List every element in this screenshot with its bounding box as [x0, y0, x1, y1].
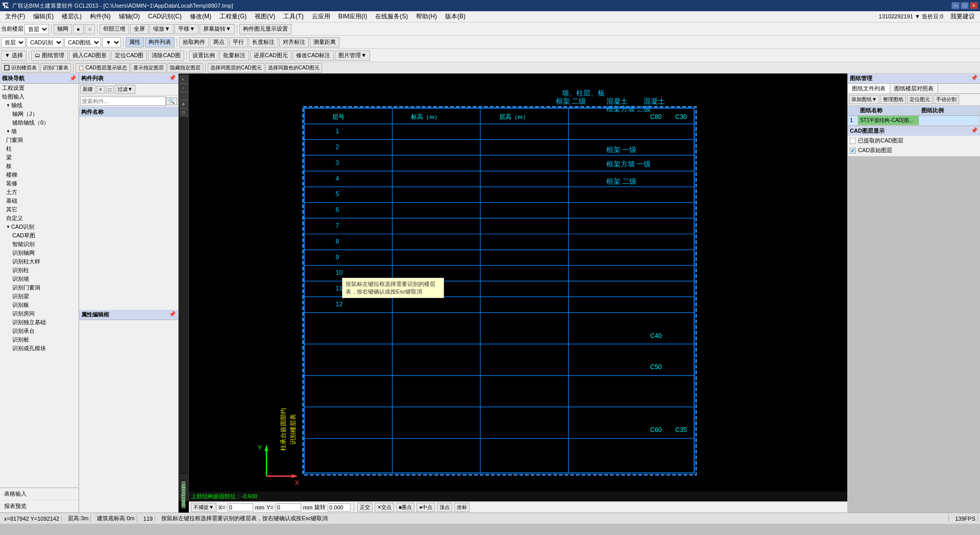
search-btn[interactable]: 🔍	[166, 98, 177, 105]
overlap-btn[interactable]: ■重点	[396, 503, 414, 512]
cad-zoom-in-btn[interactable]: +	[180, 84, 188, 92]
identify-layer-btn[interactable]: 🔲 识别楼层表	[1, 63, 39, 72]
circle2-btn[interactable]: ○	[85, 24, 95, 34]
draw-table-row-1[interactable]: 1 ST1平面结构-CAD[图...	[848, 116, 980, 126]
menu-edit[interactable]: 编辑(E)	[29, 11, 58, 22]
cad-layer-check-1[interactable]	[850, 138, 856, 144]
cad-cursor-btn[interactable]: ↖	[180, 76, 188, 84]
cad-zoom-out-btn[interactable]: -	[180, 92, 188, 100]
nav-identify-door[interactable]: 识别门窗洞	[0, 283, 79, 292]
select-btn[interactable]: ▼ 选择	[1, 51, 27, 61]
nav-engineering-settings[interactable]: 工程设置	[0, 84, 79, 92]
length-mark-btn[interactable]: 长度标注	[249, 37, 278, 47]
menu-bim[interactable]: BIM应用(I)	[334, 11, 372, 22]
zoom-btn[interactable]: 缩放▼	[150, 24, 174, 34]
menu-tool[interactable]: 工具(T)	[279, 11, 307, 22]
cad-layer-display-btn[interactable]: 📋 CAD图层显示状态	[76, 63, 130, 72]
nav-identify-grid[interactable]: 识别轴网	[0, 249, 79, 257]
menu-cloud[interactable]: 云应用	[308, 11, 334, 22]
comp-list-btn[interactable]: 构件列表	[145, 37, 175, 47]
endpoint-btn[interactable]: 顶点	[437, 503, 452, 512]
nav-identify-col-detail[interactable]: 识别柱大样	[0, 257, 79, 266]
neighbor-three-btn[interactable]: 邻部三维	[100, 24, 129, 34]
full-screen-btn[interactable]: 全屏	[130, 24, 149, 34]
menu-view[interactable]: 视图(V)	[251, 11, 279, 22]
two-point-btn[interactable]: 两点	[210, 37, 228, 47]
locate-cad-btn[interactable]: 定位CAD图	[111, 51, 147, 61]
nav-identify-pile[interactable]: 识别桩	[0, 335, 79, 344]
menu-version[interactable]: 版本(B)	[441, 11, 470, 22]
nav-cad-sketch[interactable]: CAD草图	[0, 231, 79, 240]
cad-label-arc[interactable]: 画弧	[179, 499, 188, 501]
draw-mgmt-pin[interactable]: 📌	[971, 75, 978, 82]
menu-quantity[interactable]: 工程量(G)	[215, 11, 251, 22]
nav-beam[interactable]: 梁	[0, 153, 79, 162]
extra-combo[interactable]: ▼	[102, 37, 121, 47]
cad-viewport[interactable]: 墙、柱层、板 混凝土 混凝土 框架 二级 框架方墙 二级 框架 一级 框架方墙 …	[189, 74, 847, 501]
floor-combo2[interactable]: 首层	[1, 37, 26, 47]
cad-layer-check-2[interactable]: ✓	[850, 148, 856, 154]
draw-tab-files[interactable]: 图纸文件列表	[848, 84, 890, 93]
same-cad-btn[interactable]: 选择同图层的CAD图元	[208, 63, 264, 72]
menu-aux-axis[interactable]: 辅轴(O)	[115, 11, 144, 22]
close-button[interactable]: ✕	[970, 2, 978, 9]
menu-modify[interactable]: 修改(M)	[186, 11, 215, 22]
cad-drawing-combo[interactable]: CAD图纸	[64, 37, 101, 47]
draw-tab-map[interactable]: 图纸楼层对照表	[890, 84, 938, 93]
suggestion-btn[interactable]: 我要建议	[946, 11, 979, 22]
set-scale-btn[interactable]: 设置比例	[189, 51, 218, 61]
menu-floor[interactable]: 楼层(L)	[58, 11, 86, 22]
nav-slab[interactable]: 板	[0, 162, 79, 171]
nav-stair[interactable]: 楼梯	[0, 171, 79, 179]
manual-split-btn[interactable]: 手动分割	[934, 95, 959, 104]
pick-tool-btn[interactable]: 拾取构件	[179, 37, 209, 47]
orthogonal-btn[interactable]: 正交	[357, 503, 373, 512]
menu-component[interactable]: 构件(N)	[86, 11, 115, 22]
floor-select[interactable]: 首层	[24, 24, 49, 34]
circle-btn[interactable]: ●	[73, 24, 84, 34]
nav-report[interactable]: 报表预览	[0, 500, 79, 513]
nav-drawing-input[interactable]: 绘图输入	[0, 92, 79, 101]
attr-panel-pin[interactable]: 📌	[169, 311, 176, 319]
menu-cad[interactable]: CAD识别(C)	[144, 11, 186, 22]
identify-door-btn[interactable]: 识别门窗表	[40, 63, 71, 72]
drawing-mgmt-btn[interactable]: 🗂 图纸管理	[31, 51, 68, 61]
x-coord-input[interactable]	[228, 503, 253, 512]
batch-mark-btn[interactable]: 批量标注	[219, 51, 249, 61]
organize-drawing-btn[interactable]: 整理图纸	[880, 95, 906, 104]
nav-aux-axis[interactable]: 辅助轴线（0）	[0, 118, 79, 127]
clear-cad-btn[interactable]: 清除CAD图	[148, 51, 184, 61]
show-specified-btn[interactable]: 显示指定图层	[131, 63, 166, 72]
account-info[interactable]: 13102292191 ▼ 造价豆:0	[876, 13, 946, 20]
comp-list-pin[interactable]: 📌	[169, 75, 176, 82]
photo-mgmt-btn[interactable]: 图片管理▼	[335, 51, 370, 61]
delete-comp-btn[interactable]: ×	[96, 86, 105, 93]
nav-grid-j[interactable]: 轴网（J）	[0, 110, 79, 118]
cad-fit-btn[interactable]: ⊡	[180, 108, 188, 116]
restore-cad-btn[interactable]: 还原CAD图元	[250, 51, 291, 61]
nav-axis[interactable]: ▼ 轴线	[0, 101, 79, 110]
nav-identify-found[interactable]: 识别独立基础	[0, 318, 79, 327]
nav-identify-beam[interactable]: 识别梁	[0, 292, 79, 301]
minimize-button[interactable]: ─	[951, 2, 960, 9]
not-snap-btn[interactable]: 不捕捉▼	[191, 503, 216, 512]
nav-column[interactable]: 柱	[0, 144, 79, 153]
nav-wall[interactable]: ▼ 墙	[0, 127, 79, 136]
nav-cad-identify[interactable]: ▼ CAD识别	[0, 223, 79, 231]
add-drawing-btn[interactable]: 添加图纸▼	[849, 95, 879, 104]
rotate-input[interactable]	[328, 503, 351, 512]
hide-specified-btn[interactable]: 隐藏指定图层	[167, 63, 203, 72]
nav-pin-btn[interactable]: 📌	[69, 75, 77, 82]
midpoint-btn[interactable]: ●中点	[416, 503, 435, 512]
coord-btn[interactable]: 坐标	[454, 503, 470, 512]
cross-btn[interactable]: ✕交点	[375, 503, 394, 512]
nav-identify-wall[interactable]: 识别墙	[0, 275, 79, 283]
nav-table-input[interactable]: 表格输入	[0, 488, 79, 500]
nav-other[interactable]: 其它	[0, 205, 79, 214]
nav-custom[interactable]: 自定义	[0, 214, 79, 223]
same-color-cad-btn[interactable]: 选择同颜色的CAD图元	[265, 63, 322, 72]
menu-help[interactable]: 帮助(H)	[412, 11, 441, 22]
menu-file[interactable]: 文件(F)	[1, 11, 29, 22]
restore-button[interactable]: □	[961, 2, 969, 9]
y-coord-input[interactable]	[276, 503, 301, 512]
